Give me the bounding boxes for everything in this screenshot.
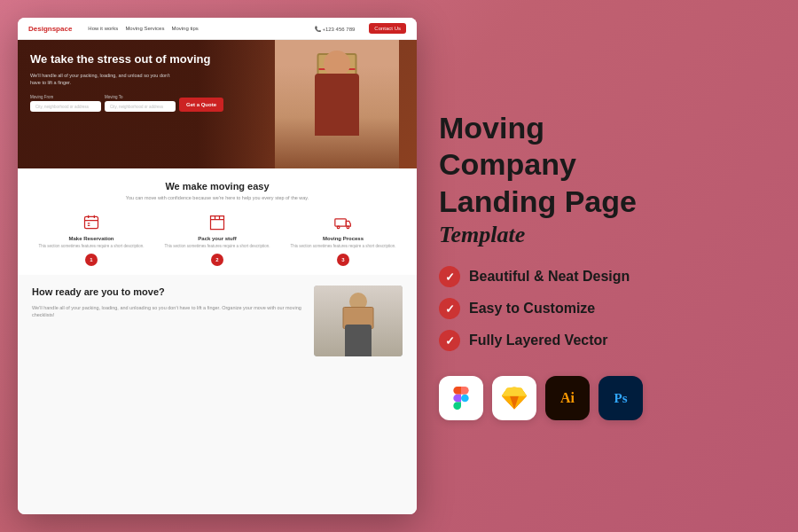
feature-2-num: 2	[211, 254, 223, 266]
check-item-2: Easy to Customize	[439, 298, 776, 319]
preview-nav: Designspace How it works Moving Services…	[18, 18, 417, 40]
info-title-line1: Moving	[439, 112, 776, 145]
check-icon-1	[439, 266, 460, 287]
nav-link-1: How it works	[88, 26, 118, 31]
feature-1-title: Make Reservation	[68, 236, 113, 241]
form-from-input[interactable]: City, neighborhood or address	[30, 101, 101, 112]
website-preview: Designspace How it works Moving Services…	[18, 18, 417, 514]
nav-logo: Designspace	[28, 25, 72, 33]
feature-3-desc: This section sometimes features require …	[290, 244, 395, 249]
feature-3: Moving Process This section sometimes fe…	[284, 213, 403, 266]
nav-phone: 📞 +123 456 789	[315, 26, 356, 32]
illustrator-icon: Ai	[545, 376, 590, 420]
svg-rect-9	[335, 219, 347, 226]
svg-point-11	[347, 226, 349, 228]
features-row: Make Reservation This section sometimes …	[32, 213, 403, 266]
hero-title: We take the stress out of moving	[30, 52, 404, 67]
feature-1-desc: This section sometimes features require …	[38, 244, 144, 249]
bottom-person-image	[314, 286, 403, 356]
bottom-person-shape	[314, 286, 403, 356]
info-title-line3: Landing Page	[439, 185, 776, 218]
form-to-label: Moving To	[105, 95, 176, 99]
feature-3-title: Moving Process	[323, 236, 364, 241]
feature-text-2: Easy to Customize	[469, 301, 595, 317]
check-icon-3	[439, 330, 460, 351]
middle-title: We make moving easy	[32, 181, 403, 192]
form-to-input[interactable]: City, neighborhood or address	[105, 101, 176, 112]
check-item-1: Beautiful & Neat Design	[439, 266, 776, 287]
feature-1: Make Reservation This section sometimes …	[32, 213, 151, 266]
feature-2: Pack your stuff This section sometimes f…	[158, 213, 277, 266]
reservation-icon	[82, 213, 101, 232]
feature-3-num: 3	[337, 254, 349, 266]
pack-icon	[207, 213, 227, 232]
preview-hero: We take the stress out of moving We'll h…	[18, 40, 417, 168]
feature-1-num: 1	[85, 254, 98, 266]
info-subtitle: Template	[439, 222, 776, 248]
form-from-label: Moving From	[30, 95, 101, 99]
bottom-text: How ready are you to move? We'll handle …	[32, 286, 303, 318]
nav-links: How it works Moving Services Moving tips	[88, 26, 198, 31]
feature-2-title: Pack your stuff	[198, 236, 236, 241]
middle-subtitle: You can move with confidence because we'…	[32, 195, 403, 200]
info-title-line2: Company	[439, 148, 776, 181]
preview-middle-section: We make moving easy You can move with co…	[18, 168, 417, 275]
hero-content: We take the stress out of moving We'll h…	[18, 40, 417, 124]
tools-row: Ai Ps	[439, 376, 776, 420]
sketch-icon	[492, 376, 536, 420]
feature-2-desc: This section sometimes features require …	[164, 244, 270, 249]
check-icon-2	[439, 298, 460, 319]
info-title-block: Moving Company Landing Page Template	[439, 112, 776, 266]
feature-text-3: Fully Layered Vector	[469, 332, 608, 348]
info-features-list: Beautiful & Neat Design Easy to Customiz…	[439, 266, 776, 351]
bottom-desc: We'll handle all of your packing, loadin…	[32, 304, 303, 319]
form-field-from: Moving From City, neighborhood or addres…	[30, 95, 101, 112]
info-panel: Moving Company Landing Page Template Bea…	[417, 94, 798, 438]
check-item-3: Fully Layered Vector	[439, 330, 776, 351]
svg-rect-0	[85, 216, 98, 228]
nav-link-3: Moving tips	[171, 26, 198, 31]
form-field-to: Moving To City, neighborhood or address	[105, 95, 176, 112]
figma-icon	[439, 376, 483, 420]
truck-icon	[333, 213, 353, 232]
bottom-title: How ready are you to move?	[32, 286, 303, 298]
nav-link-2: Moving Services	[125, 26, 164, 31]
get-quote-button[interactable]: Get a Quote	[179, 98, 223, 112]
feature-text-1: Beautiful & Neat Design	[469, 269, 630, 285]
preview-bottom-section: How ready are you to move? We'll handle …	[18, 275, 417, 514]
photoshop-icon: Ps	[598, 376, 643, 420]
hero-form: Moving From City, neighborhood or addres…	[30, 95, 404, 112]
svg-point-10	[337, 226, 340, 228]
nav-cta-button[interactable]: Contact Us	[369, 23, 406, 34]
hero-subtitle: We'll handle all of your packing, loadin…	[30, 73, 181, 86]
